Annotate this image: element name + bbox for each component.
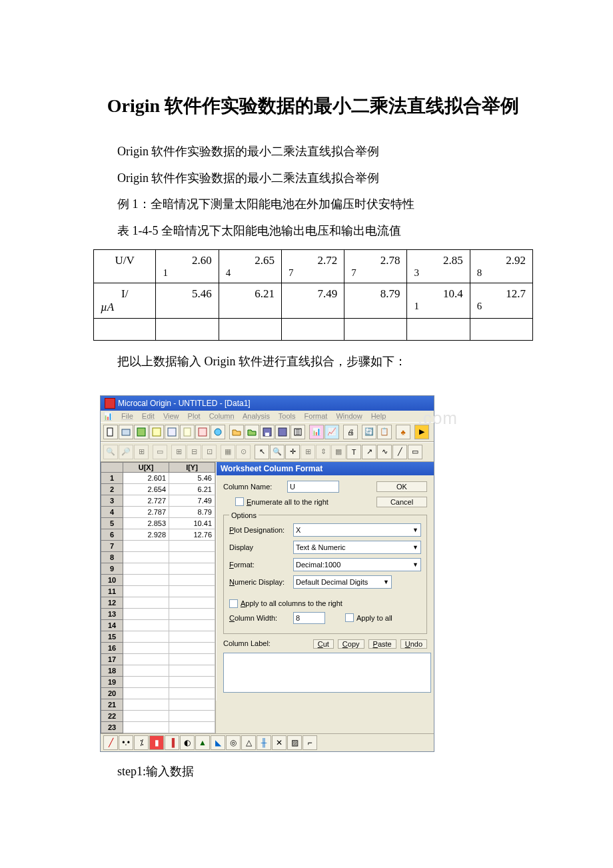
table-row[interactable]: 12.6015.46 (101, 472, 215, 483)
row-header[interactable]: 3 (101, 495, 123, 506)
data-reader-icon[interactable]: ✛ (285, 445, 300, 459)
table-row[interactable]: 11 (101, 585, 215, 597)
row-header[interactable]: 2 (101, 483, 123, 495)
cell-x[interactable]: 2.654 (123, 483, 169, 495)
row-header[interactable]: 20 (101, 687, 123, 699)
row-header[interactable]: 16 (101, 642, 123, 653)
table-row[interactable]: 12 (101, 597, 215, 608)
open-excel-button[interactable] (245, 425, 259, 439)
polar-plot-icon[interactable]: ◎ (226, 735, 241, 750)
menu-window[interactable]: Window (336, 412, 362, 420)
new-notes-button[interactable] (180, 425, 195, 439)
save-template-button[interactable] (275, 425, 290, 439)
new-button[interactable] (103, 425, 118, 439)
cell-x[interactable] (123, 631, 169, 642)
toolbar-btn-a[interactable]: 📊 (309, 425, 324, 439)
table-row[interactable]: 14 (101, 619, 215, 631)
cell-x[interactable] (123, 540, 169, 551)
menu-file[interactable]: File (121, 412, 133, 420)
cell-x[interactable] (123, 563, 169, 574)
print-button[interactable]: 🖨 (343, 425, 358, 439)
new-excel-button[interactable] (134, 425, 149, 439)
table-row[interactable]: 17 (101, 653, 215, 665)
table-row[interactable]: 16 (101, 642, 215, 653)
row-header[interactable]: 6 (101, 529, 123, 540)
table-row[interactable]: 20 (101, 687, 215, 699)
column-width-input[interactable] (293, 612, 325, 624)
cell-y[interactable] (169, 653, 215, 665)
paste-button[interactable]: Paste (368, 639, 396, 649)
cell-y[interactable] (169, 642, 215, 653)
cell-x[interactable] (123, 597, 169, 608)
col-header-i[interactable]: I[Y] (169, 462, 215, 472)
template-plot-icon[interactable]: ▨ (287, 735, 302, 750)
line-tool-icon[interactable]: ╱ (392, 445, 407, 459)
menu-plot[interactable]: Plot (188, 412, 201, 420)
cell-y[interactable]: 12.76 (169, 529, 215, 540)
row-header[interactable]: 7 (101, 540, 123, 551)
import-button[interactable] (291, 425, 305, 439)
table-row[interactable]: 42.7878.79 (101, 506, 215, 517)
cell-y[interactable] (169, 585, 215, 597)
table-row[interactable]: 8 (101, 551, 215, 563)
cell-x[interactable] (123, 551, 169, 563)
table-row[interactable]: 15 (101, 631, 215, 642)
column-plot-icon[interactable]: ▐ (165, 735, 179, 750)
area-plot-icon[interactable]: ▲ (195, 735, 210, 750)
table-row[interactable]: 22 (101, 710, 215, 721)
cell-y[interactable] (169, 608, 215, 619)
line-scatter-icon[interactable]: ⁒ (134, 735, 149, 750)
cell-x[interactable] (123, 665, 169, 676)
cancel-button[interactable]: Cancel (376, 497, 427, 507)
cell-y[interactable] (169, 687, 215, 699)
cell-x[interactable] (123, 619, 169, 631)
numeric-display-select[interactable]: Default Decimal Digits▼ (293, 575, 392, 589)
menu-format[interactable]: Format (305, 412, 328, 420)
menu-tools[interactable]: Tools (279, 412, 296, 420)
cell-y[interactable] (169, 721, 215, 733)
template-button[interactable] (211, 425, 225, 439)
cell-x[interactable] (123, 585, 169, 597)
cell-x[interactable]: 2.787 (123, 506, 169, 517)
table-row[interactable]: 52.85310.41 (101, 517, 215, 529)
cell-y[interactable] (169, 619, 215, 631)
row-header[interactable]: 12 (101, 597, 123, 608)
row-header[interactable]: 5 (101, 517, 123, 529)
cell-y[interactable] (169, 597, 215, 608)
rect-tool-icon[interactable]: ▭ (408, 445, 422, 459)
cell-x[interactable] (123, 687, 169, 699)
table-row[interactable]: 7 (101, 540, 215, 551)
cell-x[interactable] (123, 642, 169, 653)
vector-plot-icon[interactable]: ✕ (272, 735, 287, 750)
pie-plot-icon[interactable]: ◐ (180, 735, 195, 750)
pointer-icon[interactable]: ↖ (255, 445, 269, 459)
refresh-button[interactable]: 🔄 (362, 425, 376, 439)
duplicate-button[interactable]: 📋 (377, 425, 392, 439)
table-row[interactable]: 21 (101, 699, 215, 710)
plot-designation-select[interactable]: X▼ (293, 523, 421, 537)
table-row[interactable]: 62.92812.76 (101, 529, 215, 540)
row-header[interactable]: 23 (101, 721, 123, 733)
copy-button[interactable]: Copy (338, 639, 364, 649)
column-name-input[interactable] (287, 481, 339, 493)
menu-analysis[interactable]: Analysis (243, 412, 270, 420)
scatter-plot-icon[interactable]: •.• (119, 735, 133, 750)
menu-view[interactable]: View (163, 412, 179, 420)
table-row[interactable]: 18 (101, 665, 215, 676)
text-tool-icon[interactable]: T (346, 445, 361, 459)
cell-x[interactable]: 2.853 (123, 517, 169, 529)
row-header[interactable]: 17 (101, 653, 123, 665)
cell-x[interactable] (123, 710, 169, 721)
row-header[interactable]: 13 (101, 608, 123, 619)
cell-y[interactable]: 10.41 (169, 517, 215, 529)
table-row[interactable]: 32.7277.49 (101, 495, 215, 506)
new-layout-button[interactable] (165, 425, 179, 439)
table-row[interactable]: 22.6546.21 (101, 483, 215, 495)
cell-y[interactable]: 7.49 (169, 495, 215, 506)
row-header[interactable]: 11 (101, 585, 123, 597)
cell-x[interactable] (123, 574, 169, 585)
cell-y[interactable] (169, 551, 215, 563)
cell-y[interactable] (169, 665, 215, 676)
column-label-textarea[interactable] (223, 653, 431, 693)
new-matrix-button[interactable] (149, 425, 164, 439)
